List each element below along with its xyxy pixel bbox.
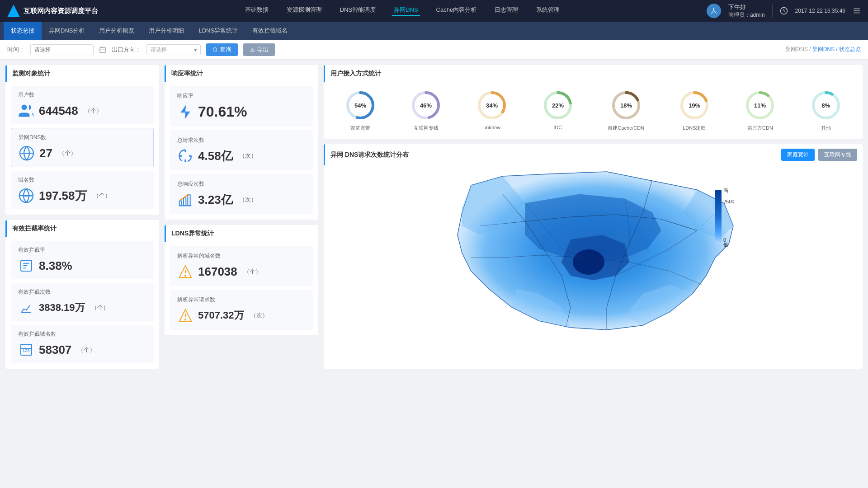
donut-label-6: 第三方CDN — [747, 125, 773, 131]
nav-log-mgmt[interactable]: 日志管理 — [493, 6, 520, 16]
warning-svg — [178, 264, 193, 279]
breadcrumb: 异网DNS / 异网DNS / 状态总览 — [785, 46, 861, 53]
stat-block-count-label: 有效拦截次数 — [18, 288, 146, 296]
abnormal-requests-value: 5707.32万 — [198, 309, 244, 322]
export-button[interactable]: 导出 — [243, 43, 275, 56]
stat-response-rate: 响应率 70.61% — [170, 86, 313, 127]
donut-svg-3: 22% — [542, 89, 574, 121]
time-input[interactable] — [30, 44, 94, 55]
donut-item-2: 34% unknow — [476, 89, 508, 131]
svg-rect-27 — [188, 195, 190, 206]
donut-item-3: 22% IDC — [542, 89, 574, 131]
abnormal-requests-row: 5707.32万 （次） — [177, 307, 306, 324]
stat-total-requests: 总请求次数 4.58亿 （次） — [170, 130, 313, 170]
subnav-status-overview[interactable]: 状态总揽 — [4, 22, 42, 40]
stat-block-domains-unit: （个） — [78, 346, 95, 354]
query-button[interactable]: 查询 — [206, 43, 238, 56]
toolbar: 时间： 出口方向： 请选择 查询 导出 异网DNS / 异网DNS / 状态总览 — [0, 40, 868, 60]
donut-svg-0: 54% — [344, 89, 376, 121]
stat-block-domains-row: 123 58307 （个） — [18, 342, 146, 358]
subnav-dns-analysis[interactable]: 异网DNS分析 — [42, 22, 92, 40]
legend-high-label: 高 — [723, 188, 728, 193]
donut-item-0: 54% 家庭宽带 — [344, 89, 376, 131]
btn-internet-line[interactable]: 互联网专线 — [818, 149, 857, 161]
nav-dns-dispatch[interactable]: DNS智能调度 — [338, 6, 377, 16]
direction-select[interactable]: 请选择 — [146, 44, 201, 55]
response-stats-card: 响应率统计 响应率 70.61% 总请求次数 — [165, 65, 318, 220]
lightning-icon — [177, 104, 193, 120]
warning2-svg — [178, 308, 193, 323]
logo-area: 互联网内容资源调度平台 — [7, 5, 98, 17]
stat-block-count: 有效拦截次数 3838.19万 （个） — [11, 283, 154, 321]
legend-max-val: 2500 — [723, 199, 734, 204]
svg-text:11%: 11% — [754, 102, 766, 109]
nav-resource-mgmt[interactable]: 资源探测管理 — [285, 6, 324, 16]
calendar-icon[interactable] — [99, 46, 106, 53]
stat-domains-row: www 197.58万 （个） — [18, 188, 146, 204]
export-icon — [250, 47, 255, 52]
search-icon — [212, 47, 218, 52]
middle-section: 响应率统计 响应率 70.61% 总请求次数 — [165, 65, 318, 369]
datetime: 2017-12-22 16:35:46 — [795, 8, 845, 14]
monitor-stats-card: 监测对象统计 用户数 — [5, 65, 159, 215]
stat-users-row: 644548 （个） — [18, 103, 146, 119]
svg-rect-4 — [100, 47, 105, 52]
domain-icon: www — [18, 188, 34, 204]
svg-text:34%: 34% — [486, 102, 498, 109]
warning-icon — [177, 263, 193, 280]
main-nav: 基础数据 资源探测管理 DNS智能调度 异网DNS Cache内容分析 日志管理… — [98, 6, 707, 16]
svg-text:18%: 18% — [620, 102, 632, 109]
stat-dns: 异网DNS数 27 （个） — [11, 128, 154, 167]
main-content: 监测对象统计 用户数 — [0, 60, 868, 374]
stat-users-value: 644548 — [39, 104, 78, 118]
btn-household-broadband[interactable]: 家庭宽带 — [781, 149, 815, 161]
subnav-ldns-abnormal[interactable]: LDNS异常统计 — [191, 22, 245, 40]
svg-point-11 — [22, 105, 27, 110]
donut-label-3: IDC — [553, 125, 562, 130]
map-section-card: 异网 DNS请求次数统计分布 家庭宽带 互联网专线 — [324, 144, 863, 369]
stat-block-domains: 有效拦截域名数 123 58307 （个） — [11, 325, 154, 363]
subnav-block-domains[interactable]: 有效拦截域名 — [245, 22, 295, 40]
stat-block-rate-label: 有效拦截率 — [18, 246, 146, 254]
svg-point-8 — [213, 47, 217, 51]
stat-block-rate-value: 8.38% — [39, 259, 72, 273]
export-btn-label: 导出 — [257, 46, 269, 54]
app-title: 互联网内容资源调度平台 — [24, 7, 98, 15]
users-icon — [18, 103, 34, 119]
abnormal-domains-row: 167038 （个） — [177, 263, 306, 280]
nav-basic-data[interactable]: 基础数据 — [243, 6, 270, 16]
nav-alien-dns[interactable]: 异网DNS — [392, 6, 420, 16]
svg-marker-24 — [180, 105, 190, 119]
svg-rect-60 — [715, 190, 722, 244]
dns-icon — [19, 145, 35, 161]
donut-label-0: 家庭宽带 — [350, 125, 370, 131]
svg-rect-25 — [179, 201, 182, 206]
subnav-user-detail[interactable]: 用户分析明细 — [142, 22, 191, 40]
map-svg: 高 2500 低 0 — [329, 167, 857, 339]
total-requests-label: 总请求次数 — [177, 136, 306, 144]
donut-svg-1: 46% — [410, 89, 442, 121]
abnormal-domains-value: 167038 — [198, 265, 237, 279]
table-svg: 123 — [19, 343, 33, 357]
svg-text:www: www — [23, 194, 31, 198]
map-title: 异网 DNS请求次数统计分布 — [330, 151, 409, 159]
donut-label-5: LDNS递归 — [683, 125, 706, 131]
table-icon: 123 — [18, 342, 34, 358]
query-btn-label: 查询 — [220, 46, 231, 54]
map-buttons: 家庭宽带 互联网专线 — [781, 149, 857, 161]
user-access-title: 用户接入方式统计 — [330, 70, 381, 78]
stat-block-count-row: 3838.19万 （个） — [18, 300, 146, 316]
svg-text:46%: 46% — [420, 102, 432, 109]
stat-users: 用户数 644548 （个） — [11, 86, 154, 124]
nav-cache-analysis[interactable]: Cache内容分析 — [434, 6, 479, 16]
sub-navigation: 状态总揽 异网DNS分析 用户分析概览 用户分析明细 LDNS异常统计 有效拦截… — [0, 22, 868, 40]
user-access-card: 用户接入方式统计 54% 家庭宽带 46% 互联网专线 34% unknow — [324, 65, 863, 139]
nav-system-mgmt[interactable]: 系统管理 — [534, 6, 561, 16]
block-stats-card: 有效拦截率统计 有效拦截率 8.38% — [5, 220, 159, 369]
subnav-user-overview[interactable]: 用户分析概览 — [92, 22, 142, 40]
donut-label-2: unknow — [483, 125, 500, 130]
donut-label-1: 互联网专线 — [414, 125, 439, 131]
abnormal-requests-unit: （次） — [250, 311, 268, 319]
clock-icon — [780, 7, 788, 15]
menu-icon[interactable] — [853, 7, 861, 15]
